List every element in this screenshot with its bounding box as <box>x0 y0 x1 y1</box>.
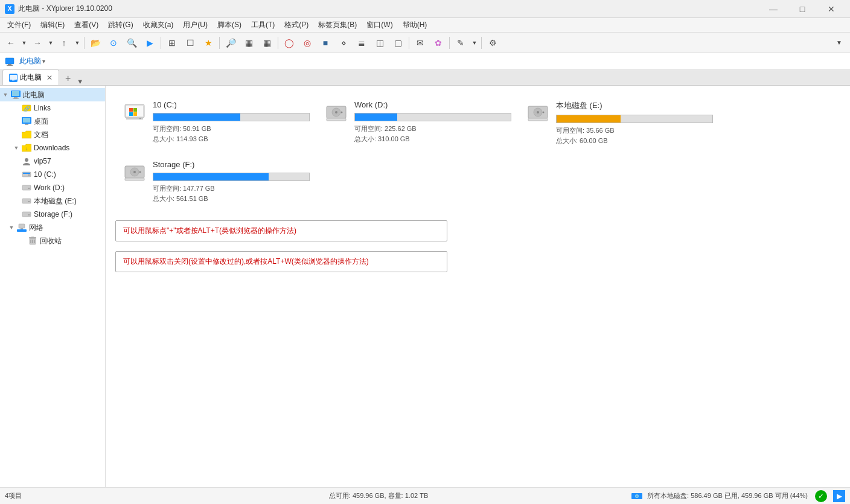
tab-this-pc[interactable]: 此电脑 ✕ <box>2 69 59 85</box>
sidebar: ▼ 此电脑 🔗 Links 桌 <box>0 86 106 487</box>
svg-point-25 <box>28 214 30 215</box>
path-this-pc[interactable]: 此电脑 ▾ <box>17 55 48 68</box>
svg-point-47 <box>341 112 343 113</box>
star-icon[interactable]: ★ <box>200 34 217 51</box>
sidebar-item-links[interactable]: 🔗 Links <box>0 101 105 115</box>
menu-user[interactable]: 用户(U) <box>178 19 212 31</box>
menu-go[interactable]: 跳转(G) <box>103 19 138 31</box>
maximize-button[interactable]: □ <box>788 0 816 18</box>
drive-d-name: Work (D:) <box>354 100 511 109</box>
window-controls: — □ ✕ <box>759 0 845 18</box>
check-icon[interactable]: ☐ <box>182 34 199 51</box>
menu-file[interactable]: 文件(F) <box>2 19 36 31</box>
flower-icon[interactable]: ✿ <box>430 34 447 51</box>
dropdown-right[interactable]: ▼ <box>831 34 848 51</box>
panel2-icon[interactable]: ▢ <box>389 34 406 51</box>
drive-card-d[interactable]: Work (D:) 可用空间: 225.62 GB 总大小: 310.00 GB <box>317 95 519 150</box>
up-button[interactable]: ↑ <box>56 34 72 51</box>
svg-rect-44 <box>327 118 346 121</box>
sidebar-item-desktop[interactable]: 桌面 <box>0 115 105 128</box>
up-dropdown[interactable]: ▼ <box>73 34 81 51</box>
globe-icon[interactable]: ◯ <box>281 34 298 51</box>
grid-icon[interactable]: ⊞ <box>164 34 181 51</box>
stamp-icon[interactable]: ✉ <box>412 34 429 51</box>
folder-icon[interactable]: 📂 <box>87 34 104 51</box>
pencil-icon[interactable]: ✎ <box>452 34 469 51</box>
sidebar-item-drive-d[interactable]: Work (D:) <box>0 181 105 194</box>
drive-c-bar-container <box>153 113 310 121</box>
user-icon <box>22 157 31 165</box>
sidebar-item-network[interactable]: ▼ 网络 <box>0 221 105 234</box>
expand-icon <box>13 198 19 204</box>
menu-favorites[interactable]: 收藏夹(a) <box>138 19 179 31</box>
svg-point-16 <box>23 163 30 165</box>
settings-icon[interactable]: ⚙ <box>484 34 501 51</box>
bottom-area: 4项目 总可用: 459.96 GB, 容量: 1.02 TB 所有本地磁盘: … <box>0 487 850 504</box>
drive-card-f[interactable]: Storage (F:) 可用空间: 147.77 GB 总大小: 561.51… <box>115 155 317 208</box>
tab-add-button[interactable]: + <box>62 72 74 85</box>
desktop-icon <box>22 117 31 126</box>
filter2-icon[interactable]: ▦ <box>258 34 275 51</box>
svg-rect-12 <box>23 118 30 123</box>
svg-point-60 <box>636 496 638 497</box>
preview-icon[interactable]: ▶ <box>141 34 158 51</box>
menu-format[interactable]: 格式(P) <box>280 19 313 31</box>
svg-rect-49 <box>528 118 548 121</box>
svg-rect-28 <box>17 229 27 232</box>
sidebar-label-documents: 文档 <box>34 130 48 140</box>
sidebar-item-downloads[interactable]: ▼ ↓ Downloads <box>0 141 105 155</box>
table-icon[interactable]: ≣ <box>353 34 370 51</box>
sidebar-item-recycle[interactable]: 回收站 <box>0 234 105 247</box>
folder-icon <box>22 130 31 139</box>
forward-dropdown[interactable]: ▼ <box>46 34 55 51</box>
app-icon2[interactable]: ■ <box>317 34 334 51</box>
status-arrow-icon: ▶ <box>833 490 845 502</box>
menu-window[interactable]: 窗口(W) <box>362 19 397 31</box>
menu-edit[interactable]: 编辑(E) <box>36 19 69 31</box>
windows-drive-icon <box>123 102 146 123</box>
menu-tools[interactable]: 工具(T) <box>246 19 280 31</box>
home-icon[interactable]: ⊙ <box>105 34 122 51</box>
pc-icon <box>11 91 21 99</box>
recycle-icon <box>28 237 37 245</box>
tab-dropdown-button[interactable]: ▼ <box>77 78 83 85</box>
hdd-drive-e-icon <box>526 102 549 123</box>
drive-f-icon <box>123 160 147 184</box>
svg-rect-13 <box>25 124 28 125</box>
panel-icon[interactable]: ◫ <box>371 34 388 51</box>
target-icon[interactable]: ◎ <box>299 34 316 51</box>
drive-card-e[interactable]: 本地磁盘 (E:) 可用空间: 35.66 GB 总大小: 60.00 GB <box>519 95 720 150</box>
close-button[interactable]: ✕ <box>817 0 845 18</box>
pencil-drop[interactable]: ▼ <box>470 34 479 51</box>
sep7 <box>481 37 482 49</box>
svg-rect-39 <box>129 112 133 116</box>
menu-tabs[interactable]: 标签页集(B) <box>313 19 362 31</box>
menu-script[interactable]: 脚本(S) <box>212 19 246 31</box>
expand-icon <box>19 238 25 244</box>
back-button[interactable]: ← <box>2 34 19 51</box>
grid2-icon[interactable]: ⋄ <box>335 34 352 51</box>
svg-rect-26 <box>19 224 25 228</box>
minimize-button[interactable]: — <box>759 0 787 18</box>
sidebar-item-drive-e[interactable]: 本地磁盘 (E:) <box>0 194 105 208</box>
find-icon[interactable]: 🔍 <box>123 34 140 51</box>
sidebar-item-documents[interactable]: 文档 <box>0 128 105 141</box>
sidebar-item-drive-c[interactable]: 10 (C:) <box>0 168 105 181</box>
forward-button[interactable]: → <box>29 34 46 51</box>
sidebar-item-this-pc[interactable]: ▼ 此电脑 <box>0 88 105 101</box>
sidebar-item-vip57[interactable]: vip57 <box>0 155 105 168</box>
sidebar-label-downloads: Downloads <box>34 144 69 152</box>
back-dropdown[interactable]: ▼ <box>20 34 28 51</box>
search-icon[interactable]: 🔎 <box>222 34 239 51</box>
sidebar-item-drive-f[interactable]: Storage (F:) <box>0 208 105 221</box>
path-dropdown[interactable]: ▾ <box>42 58 45 65</box>
svg-rect-22 <box>22 199 31 203</box>
toolbar: ← ▼ → ▼ ↑ ▼ 📂 ⊙ 🔍 ▶ ⊞ ☐ ★ 🔎 ▦ ▦ ◯ ◎ ■ ⋄ … <box>0 33 850 53</box>
filter-icon[interactable]: ▦ <box>240 34 257 51</box>
menu-help[interactable]: 帮助(H) <box>398 19 432 31</box>
menu-view[interactable]: 查看(V) <box>69 19 103 31</box>
tab-close-button[interactable]: ✕ <box>46 74 53 82</box>
drive-card-c[interactable]: 10 (C:) 可用空间: 50.91 GB 总大小: 114.93 GB <box>115 95 317 150</box>
drive-e-total: 总大小: 60.00 GB <box>556 136 713 146</box>
status-ok-icon: ✓ <box>815 490 827 502</box>
